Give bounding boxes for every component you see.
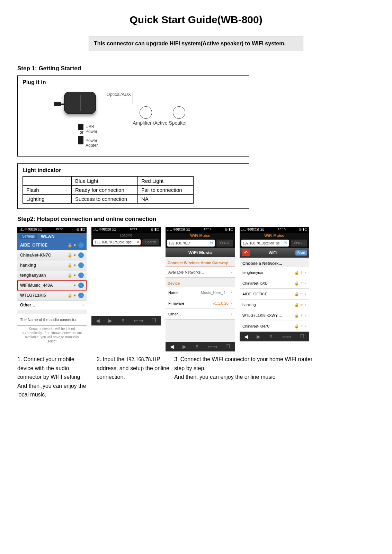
wifi-row-label[interactable]: AIDE_OFFICE [20, 243, 47, 248]
wifi-title: WiFi [269, 251, 277, 255]
address-bar[interactable]: 192.168.78.1/ ↻ [167, 240, 215, 247]
network-row[interactable]: WTLG7L1KI5IKXWY-... 🔒ᯤ› [240, 310, 309, 321]
status-battery: ◎ ▮▢ [225, 227, 233, 232]
network-name: ChinaNet-ibXB [242, 281, 268, 285]
status-carrier: ..ıl.. 中国联通 3G [167, 227, 190, 232]
lock-icon: 🔒 [294, 292, 299, 296]
wifi-signal-icon: ᯤ [300, 292, 304, 296]
detail-arrow-icon[interactable]: › [78, 242, 84, 248]
nav-tabs-icon[interactable]: ❐ [300, 334, 304, 339]
status-time: 15:15 [278, 227, 286, 232]
status-battery: ◎ ▮▢ [151, 227, 159, 232]
address-text: 192.168.78.1/ [169, 241, 190, 245]
search-button[interactable]: Search [216, 240, 233, 247]
wifi-signal-icon: ᯤ [300, 324, 304, 329]
cell-lighting-blue: Success to connection [72, 195, 138, 204]
screenshot-4: ..ıl.. 中国联通 3G 15:15 ◎ ▮▢ WiFi Muisc 192… [240, 227, 309, 351]
network-row[interactable]: hanxing 🔒ᯤ› [240, 300, 309, 310]
nav-tabs-icon[interactable]: ❐ [152, 318, 156, 323]
firmware-row[interactable]: Firmware v1.1.0.20› [166, 298, 235, 309]
network-row[interactable]: AIDE_OFFICE 🔒ᯤ› [240, 289, 309, 300]
nav-share-icon[interactable]: ⇪ [121, 318, 125, 323]
nav-back-icon[interactable]: ◀ [244, 334, 248, 339]
detail-arrow-icon[interactable]: › [78, 293, 84, 298]
refresh-icon[interactable]: ↻ [284, 241, 287, 245]
th-blue: Blue Light [72, 177, 138, 186]
caption-3: 3. Connect the WIFI connector to your ho… [174, 355, 320, 399]
refresh-icon[interactable]: ↻ [210, 241, 213, 245]
address-bar[interactable]: 192.168.78.1/audio_spe ✕ [93, 239, 141, 245]
detail-arrow-icon[interactable]: › [78, 262, 84, 268]
search-button[interactable]: Search [291, 240, 307, 247]
device-name-row[interactable]: Name Music_Here_4...› [166, 287, 235, 298]
caption-2-ip: 192.168.78.1 [126, 356, 155, 362]
other-row[interactable]: Other... › [166, 309, 235, 320]
light-indicator-box: Light indicator Blue Light Red Light Fla… [17, 163, 249, 209]
cell-flash-blue: Ready for connection [72, 186, 138, 195]
page-header: WiFi Muisc [166, 233, 235, 238]
choose-network-label: Choose a Network... [240, 258, 309, 267]
wifi-signal-icon: ᯤ [300, 270, 304, 275]
usb-label: USB [86, 124, 98, 129]
wifi-row-label[interactable]: ChinaNet-KN7C [20, 253, 51, 258]
light-indicator-table: Blue Light Red Light Flash Ready for con… [23, 176, 194, 204]
nav-share-icon[interactable]: ⇪ [195, 344, 199, 349]
screenshot-1: ..ıl.. 中国联通 3G 15:08 ◎ ▮▢ Settings WLAN … [17, 227, 87, 351]
wifi-row-label[interactable]: tenghanyuan [20, 273, 46, 278]
page-title: Quick Start Guide(WB-800) [17, 14, 375, 26]
nav-tabs-icon[interactable]: ❐ [226, 344, 230, 349]
lock-icon: 🔒 [294, 281, 299, 286]
other-row[interactable]: Other… [20, 303, 35, 307]
nav-forward-icon[interactable]: ▶ [182, 344, 186, 349]
connector-name-note: The Name of the audio connector [20, 318, 77, 322]
nav-forward-icon[interactable]: ▶ [108, 318, 112, 323]
nav-bookmarks-icon[interactable]: ▭▭ [282, 334, 291, 339]
nav-bookmarks-icon[interactable]: ▭▭ [134, 318, 143, 323]
chevron-right-icon: › [231, 290, 232, 295]
nav-back-icon[interactable]: ◀ [170, 344, 174, 349]
known-networks-note: Known networks will be joined automatica… [17, 325, 87, 343]
nav-share-icon[interactable]: ⇪ [269, 334, 273, 339]
nav-forward-icon[interactable]: ▶ [257, 334, 260, 339]
close-icon[interactable]: ✕ [136, 240, 139, 244]
caption-2a: 2. Input the [97, 356, 126, 362]
step2-heading: Step2: Hotspot connection and online con… [17, 216, 375, 223]
detail-arrow-icon[interactable]: › [78, 283, 84, 288]
th-red: Red Light [138, 177, 194, 186]
network-row[interactable]: ChinaNet-KN7C 🔒ᯤ› [240, 321, 309, 332]
status-carrier: ..ıl.. 中国联通 3G [93, 227, 116, 232]
network-row[interactable]: tenghanyuan 🔒ᯤ› [240, 267, 309, 278]
address-bar[interactable]: 192.168.78.1/station_se ↻ [241, 240, 289, 247]
search-button[interactable]: Search [142, 239, 159, 245]
available-networks-label: Available Networks... [168, 270, 204, 274]
back-button[interactable]: ↶ [242, 249, 250, 256]
chevron-right-icon: › [305, 292, 306, 296]
detail-arrow-icon[interactable]: › [78, 272, 84, 278]
amp-label: Amplifier /Active Speaker [133, 120, 187, 126]
available-networks-row[interactable]: Available Networks... › [166, 267, 235, 278]
network-row[interactable]: ChinaNet-ibXB 🔒ᯤ› [240, 278, 309, 289]
intro-box: This connector can upgrade HIFI system(A… [89, 36, 303, 51]
light-indicator-title: Light indicator [23, 167, 244, 173]
caption-1: 1. Connect your mobile device with the a… [17, 355, 92, 399]
wifi-signal-icon: ᯤ [300, 281, 304, 286]
wifi-row-label[interactable]: WIFIMusic_443A [20, 283, 53, 288]
wifi-row-label[interactable]: hanxing [20, 263, 36, 268]
network-name: ChinaNet-KN7C [242, 324, 270, 328]
status-battery: ◎ ▮▢ [299, 227, 308, 232]
chevron-right-icon: › [305, 302, 306, 307]
nav-back-icon[interactable]: ◀ [96, 318, 100, 323]
nav-bookmarks-icon[interactable]: ▭▭ [208, 344, 217, 349]
wifi-signal-icon: ᯤ [300, 302, 304, 307]
settings-button[interactable]: Settings [19, 234, 37, 239]
wifi-row-label[interactable]: WTLG7L1KI5 [20, 293, 46, 298]
lock-icon: 🔒 [294, 270, 299, 275]
detail-arrow-icon[interactable]: › [78, 252, 84, 258]
loading-label: Loading [91, 233, 161, 238]
status-battery: ◎ ▮▢ [77, 227, 85, 232]
scan-button[interactable]: Scan [295, 250, 307, 256]
firmware-value: v1.1.0.20 [213, 301, 229, 305]
firmware-label: Firmware [168, 301, 184, 305]
plug-label: Plug it in [23, 79, 244, 86]
device-icon [64, 92, 96, 114]
